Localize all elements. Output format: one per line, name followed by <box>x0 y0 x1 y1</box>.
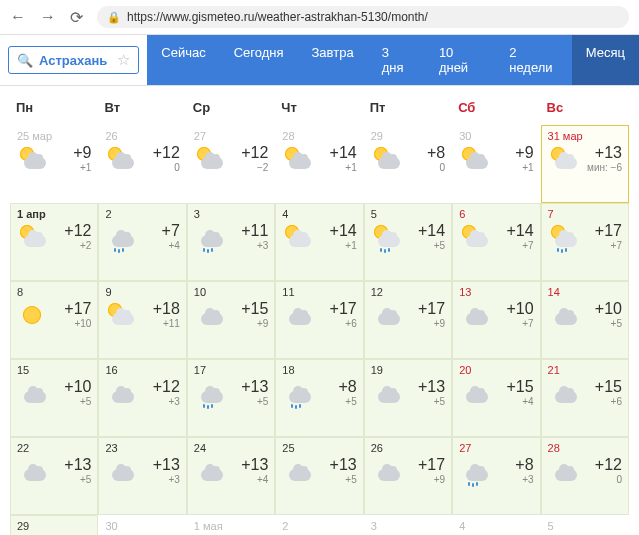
tab-6[interactable]: Месяц <box>572 35 639 85</box>
day-cell[interactable]: 3 <box>364 515 452 535</box>
star-icon[interactable]: ☆ <box>117 51 130 69</box>
date-label: 2 <box>105 208 179 220</box>
day-cell[interactable]: 27+8+3 <box>452 437 540 515</box>
tab-3[interactable]: 3 дня <box>368 35 425 85</box>
day-cell[interactable]: 11+17+6 <box>275 281 363 359</box>
weather-icon <box>282 302 312 328</box>
tab-0[interactable]: Сейчас <box>147 35 219 85</box>
date-label: 1 апр <box>17 208 91 220</box>
temp-high: +10 <box>64 378 91 396</box>
weather-icon <box>105 458 135 484</box>
day-cell[interactable]: 24+13+4 <box>187 437 275 515</box>
date-label: 25 <box>282 442 356 454</box>
tab-5[interactable]: 2 недели <box>495 35 572 85</box>
day-cell[interactable]: 16+12+3 <box>98 359 186 437</box>
weekday-label: Вт <box>98 96 186 119</box>
weather-icon <box>459 224 489 250</box>
search-city: Астрахань <box>39 53 107 68</box>
day-cell[interactable]: 22+13+5 <box>10 437 98 515</box>
day-cell[interactable]: 10+15+9 <box>187 281 275 359</box>
day-cell[interactable]: 29+14+4 <box>10 515 98 535</box>
weekday-label: Сб <box>452 96 540 119</box>
date-label: 30 <box>459 130 533 142</box>
temp-low: −2 <box>257 162 268 173</box>
back-icon[interactable]: ← <box>10 8 26 26</box>
date-label: 5 <box>371 208 445 220</box>
day-cell[interactable]: 15+10+5 <box>10 359 98 437</box>
weather-icon <box>548 302 578 328</box>
weather-icon <box>282 224 312 250</box>
temp-high: +12 <box>153 144 180 162</box>
day-cell[interactable]: 6+14+7 <box>452 203 540 281</box>
day-cell[interactable]: 28+14+1 <box>275 125 363 203</box>
day-cell[interactable]: 2+7+4 <box>98 203 186 281</box>
temp-low: +2 <box>80 240 91 251</box>
weather-icon <box>282 380 312 406</box>
day-cell[interactable]: 13+10+7 <box>452 281 540 359</box>
day-cell[interactable]: 2 <box>275 515 363 535</box>
date-label: 3 <box>371 520 445 532</box>
weather-icon <box>17 224 47 250</box>
date-label: 2 <box>282 520 356 532</box>
day-cell[interactable]: 4+14+1 <box>275 203 363 281</box>
url-bar[interactable]: 🔒 https://www.gismeteo.ru/weather-astrak… <box>97 6 629 28</box>
weather-icon <box>17 458 47 484</box>
day-cell[interactable]: 3+11+3 <box>187 203 275 281</box>
day-cell[interactable]: 4 <box>452 515 540 535</box>
weather-icon <box>105 380 135 406</box>
weather-icon <box>459 380 489 406</box>
reload-icon[interactable]: ⟳ <box>70 8 83 27</box>
weather-icon <box>194 458 224 484</box>
date-label: 8 <box>17 286 91 298</box>
day-cell[interactable]: 26+120 <box>98 125 186 203</box>
day-cell[interactable]: 25 мар+9+1 <box>10 125 98 203</box>
temp-low: +5 <box>80 396 91 407</box>
day-cell[interactable]: 20+15+4 <box>452 359 540 437</box>
day-cell[interactable]: 9+18+11 <box>98 281 186 359</box>
date-label: 12 <box>371 286 445 298</box>
temp-high: +17 <box>418 456 445 474</box>
browser-toolbar: ← → ⟳ 🔒 https://www.gismeteo.ru/weather-… <box>0 0 639 35</box>
day-cell[interactable]: 8+17+10 <box>10 281 98 359</box>
day-cell[interactable]: 26+17+9 <box>364 437 452 515</box>
day-cell[interactable]: 25+13+5 <box>275 437 363 515</box>
day-cell[interactable]: 17+13+5 <box>187 359 275 437</box>
temp-low: 0 <box>440 162 446 173</box>
day-cell[interactable]: 21+15+6 <box>541 359 629 437</box>
date-label: 22 <box>17 442 91 454</box>
day-cell[interactable]: 30 <box>98 515 186 535</box>
day-cell[interactable]: 5+14+5 <box>364 203 452 281</box>
day-cell[interactable]: 27+12−2 <box>187 125 275 203</box>
tab-4[interactable]: 10 дней <box>425 35 495 85</box>
day-cell[interactable]: 19+13+5 <box>364 359 452 437</box>
day-cell[interactable]: 29+80 <box>364 125 452 203</box>
day-cell[interactable]: 28+120 <box>541 437 629 515</box>
weather-icon <box>371 146 401 172</box>
temp-high: +12 <box>595 456 622 474</box>
day-cell[interactable]: 7+17+7 <box>541 203 629 281</box>
day-cell[interactable]: 1 апр+12+2 <box>10 203 98 281</box>
day-cell[interactable]: 14+10+5 <box>541 281 629 359</box>
day-cell[interactable]: 23+13+3 <box>98 437 186 515</box>
temp-low: +11 <box>163 318 180 329</box>
temp-low: +5 <box>345 396 356 407</box>
temp-high: +13 <box>241 456 268 474</box>
city-search[interactable]: 🔍 Астрахань ☆ <box>8 46 139 74</box>
tab-1[interactable]: Сегодня <box>220 35 298 85</box>
date-label: 27 <box>459 442 533 454</box>
weather-icon <box>194 146 224 172</box>
date-label: 9 <box>105 286 179 298</box>
day-cell[interactable]: 5 <box>541 515 629 535</box>
tab-2[interactable]: Завтра <box>298 35 368 85</box>
day-cell[interactable]: 12+17+9 <box>364 281 452 359</box>
date-label: 28 <box>282 130 356 142</box>
day-cell[interactable]: 1 мая <box>187 515 275 535</box>
day-cell[interactable]: 30+9+1 <box>452 125 540 203</box>
day-cell[interactable]: 31 мар+13мин: −6 <box>541 125 629 203</box>
date-label: 7 <box>548 208 622 220</box>
forward-icon[interactable]: → <box>40 8 56 26</box>
day-cell[interactable]: 18+8+5 <box>275 359 363 437</box>
weather-icon <box>194 302 224 328</box>
search-icon: 🔍 <box>17 53 33 68</box>
calendar: ПнВтСрЧтПтСбВс 25 мар+9+126+12027+12−228… <box>0 86 639 535</box>
